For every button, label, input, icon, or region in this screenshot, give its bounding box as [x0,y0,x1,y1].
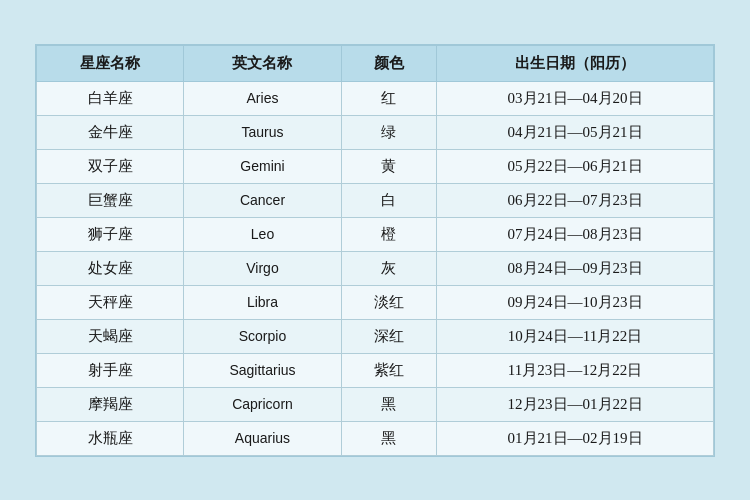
cell-color: 红 [341,81,436,115]
table-row: 双子座Gemini黄05月22日—06月21日 [37,149,714,183]
header-english-name: 英文名称 [184,45,342,81]
header-dates: 出生日期（阳历） [437,45,714,81]
table-row: 白羊座Aries红03月21日—04月20日 [37,81,714,115]
cell-chinese-name: 天秤座 [37,285,184,319]
cell-dates: 05月22日—06月21日 [437,149,714,183]
cell-color: 深红 [341,319,436,353]
cell-color: 黑 [341,421,436,455]
cell-chinese-name: 处女座 [37,251,184,285]
cell-dates: 08月24日—09月23日 [437,251,714,285]
cell-dates: 07月24日—08月23日 [437,217,714,251]
cell-dates: 06月22日—07月23日 [437,183,714,217]
cell-chinese-name: 金牛座 [37,115,184,149]
cell-english-name: Virgo [184,251,342,285]
cell-chinese-name: 白羊座 [37,81,184,115]
cell-english-name: Aries [184,81,342,115]
table-body: 白羊座Aries红03月21日—04月20日金牛座Taurus绿04月21日—0… [37,81,714,455]
cell-dates: 10月24日—11月22日 [437,319,714,353]
cell-chinese-name: 射手座 [37,353,184,387]
table-row: 射手座Sagittarius紫红11月23日—12月22日 [37,353,714,387]
cell-chinese-name: 水瓶座 [37,421,184,455]
cell-chinese-name: 双子座 [37,149,184,183]
header-chinese-name: 星座名称 [37,45,184,81]
table-row: 狮子座Leo橙07月24日—08月23日 [37,217,714,251]
table-row: 处女座Virgo灰08月24日—09月23日 [37,251,714,285]
cell-dates: 09月24日—10月23日 [437,285,714,319]
cell-dates: 12月23日—01月22日 [437,387,714,421]
cell-dates: 01月21日—02月19日 [437,421,714,455]
cell-chinese-name: 巨蟹座 [37,183,184,217]
zodiac-table: 星座名称 英文名称 颜色 出生日期（阳历） 白羊座Aries红03月21日—04… [36,45,714,456]
table-row: 巨蟹座Cancer白06月22日—07月23日 [37,183,714,217]
table-row: 摩羯座Capricorn黑12月23日—01月22日 [37,387,714,421]
cell-color: 灰 [341,251,436,285]
zodiac-table-container: 星座名称 英文名称 颜色 出生日期（阳历） 白羊座Aries红03月21日—04… [35,44,715,457]
cell-dates: 04月21日—05月21日 [437,115,714,149]
cell-english-name: Gemini [184,149,342,183]
cell-color: 绿 [341,115,436,149]
table-row: 天秤座Libra淡红09月24日—10月23日 [37,285,714,319]
cell-english-name: Capricorn [184,387,342,421]
table-row: 天蝎座Scorpio深红10月24日—11月22日 [37,319,714,353]
cell-color: 黄 [341,149,436,183]
header-color: 颜色 [341,45,436,81]
table-row: 金牛座Taurus绿04月21日—05月21日 [37,115,714,149]
cell-dates: 03月21日—04月20日 [437,81,714,115]
cell-dates: 11月23日—12月22日 [437,353,714,387]
table-header-row: 星座名称 英文名称 颜色 出生日期（阳历） [37,45,714,81]
cell-color: 淡红 [341,285,436,319]
cell-color: 黑 [341,387,436,421]
cell-english-name: Leo [184,217,342,251]
cell-english-name: Libra [184,285,342,319]
cell-english-name: Scorpio [184,319,342,353]
cell-color: 白 [341,183,436,217]
cell-chinese-name: 摩羯座 [37,387,184,421]
table-row: 水瓶座Aquarius黑01月21日—02月19日 [37,421,714,455]
cell-color: 紫红 [341,353,436,387]
cell-english-name: Aquarius [184,421,342,455]
cell-chinese-name: 狮子座 [37,217,184,251]
cell-color: 橙 [341,217,436,251]
cell-english-name: Taurus [184,115,342,149]
cell-english-name: Cancer [184,183,342,217]
cell-chinese-name: 天蝎座 [37,319,184,353]
cell-english-name: Sagittarius [184,353,342,387]
